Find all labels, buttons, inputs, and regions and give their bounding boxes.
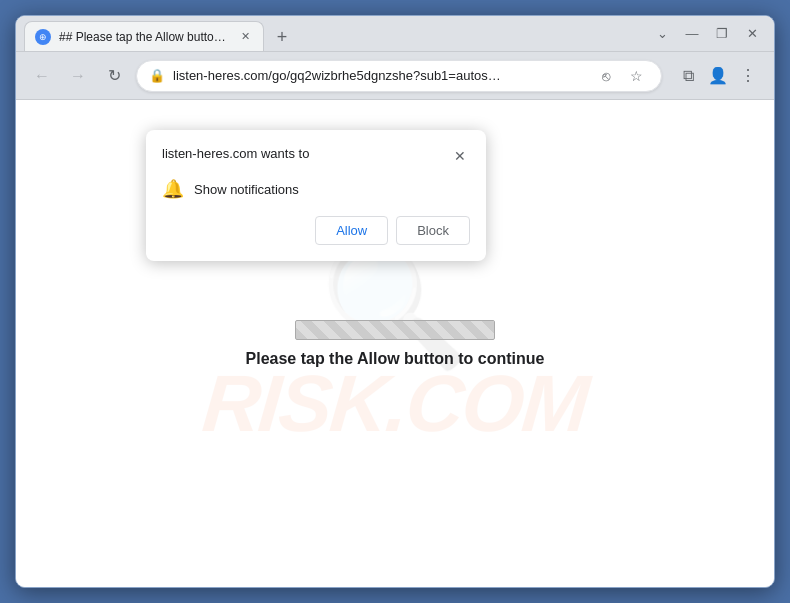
tab-area: ⊕ ## Please tap the Allow button t… ✕ +	[24, 16, 644, 51]
globe-icon: ⊕	[39, 32, 47, 42]
progress-bar	[295, 320, 495, 340]
title-bar: ⊕ ## Please tap the Allow button t… ✕ + …	[16, 16, 774, 52]
close-window-button[interactable]: ✕	[738, 20, 766, 48]
reload-button[interactable]: ↻	[100, 62, 128, 90]
popup-close-button[interactable]: ✕	[450, 146, 470, 166]
minimize-button[interactable]: —	[678, 20, 706, 48]
back-button[interactable]: ←	[28, 62, 56, 90]
notification-popup: listen-heres.com wants to ✕ 🔔 Show notif…	[146, 130, 486, 261]
menu-icon[interactable]: ⋮	[734, 62, 762, 90]
permission-text: Show notifications	[194, 182, 299, 197]
popup-title: listen-heres.com wants to	[162, 146, 309, 161]
active-tab[interactable]: ⊕ ## Please tap the Allow button t… ✕	[24, 21, 264, 51]
tab-favicon-icon: ⊕	[35, 29, 51, 45]
lock-icon: 🔒	[149, 68, 165, 83]
window-controls: ⌄ — ❐ ✕	[648, 20, 766, 48]
toolbar-actions: ⧉ 👤 ⋮	[674, 62, 762, 90]
new-tab-button[interactable]: +	[268, 23, 296, 51]
popup-permission-row: 🔔 Show notifications	[162, 178, 470, 200]
tab-close-button[interactable]: ✕	[237, 29, 253, 45]
profile-icon[interactable]: 👤	[704, 62, 732, 90]
popup-header: listen-heres.com wants to ✕	[162, 146, 470, 166]
address-bar: ← → ↻ 🔒 listen-heres.com/go/gq2wizbrhe5d…	[16, 52, 774, 100]
browser-window: ⊕ ## Please tap the Allow button t… ✕ + …	[15, 15, 775, 588]
url-bar[interactable]: 🔒 listen-heres.com/go/gq2wizbrhe5dgnzshe…	[136, 60, 662, 92]
allow-button[interactable]: Allow	[315, 216, 388, 245]
forward-button[interactable]: →	[64, 62, 92, 90]
maximize-button[interactable]: ❐	[708, 20, 736, 48]
url-actions: ⎋ ☆	[593, 63, 649, 89]
bell-icon: 🔔	[162, 178, 184, 200]
popup-actions: Allow Block	[162, 216, 470, 245]
page-content: 🔍 RISK.COM Please tap the Allow button t…	[16, 100, 774, 587]
tab-label: ## Please tap the Allow button t…	[59, 30, 229, 44]
page-instruction: Please tap the Allow button to continue	[246, 350, 545, 368]
share-icon[interactable]: ⎋	[593, 63, 619, 89]
block-button[interactable]: Block	[396, 216, 470, 245]
bookmark-icon[interactable]: ☆	[623, 63, 649, 89]
split-view-icon[interactable]: ⧉	[674, 62, 702, 90]
chevron-down-icon[interactable]: ⌄	[648, 20, 676, 48]
url-text: listen-heres.com/go/gq2wizbrhe5dgnzshe?s…	[173, 68, 585, 83]
